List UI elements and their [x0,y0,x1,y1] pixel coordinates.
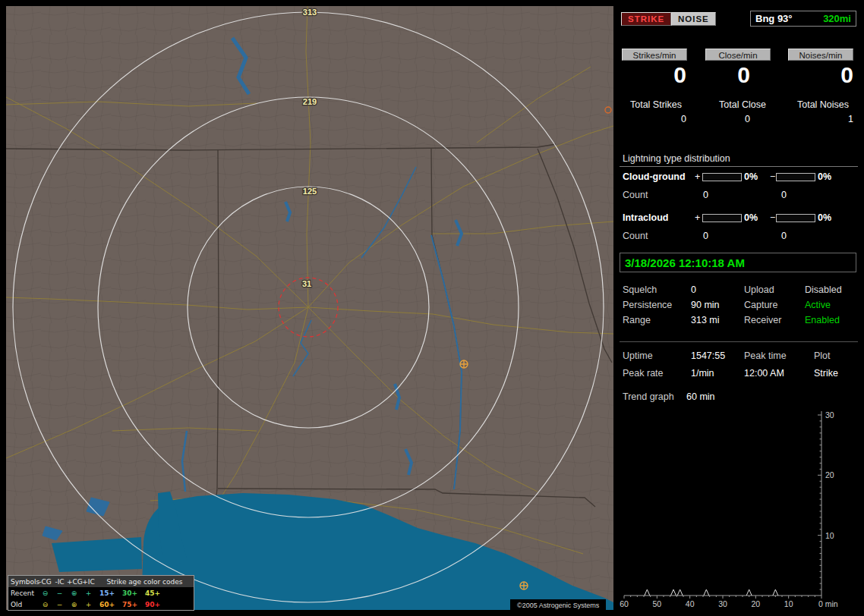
upload-status: Disabled [805,284,842,295]
map-panel: 313 219 125 31 Symbols -CG -IC +CG +IC S… [6,6,613,610]
legend-col-neg-ic: -IC [52,577,67,587]
bearing-range-display: Bng 93° 320mi [750,11,856,27]
map[interactable]: 313 219 125 31 [6,6,613,610]
persistence-label: Persistence [623,300,672,310]
upload-label: Upload [744,284,774,295]
ic-minus-bar [776,214,815,222]
close-per-min-value: 0 [720,62,750,88]
receiver-status: Enabled [805,315,840,325]
capture-label: Capture [744,300,777,310]
legend-old-label: Old [8,599,38,610]
peak-time-value: 12:00 AM [744,368,784,379]
cg-minus-count: 0 [781,190,787,200]
ring-label-219: 219 [303,97,317,106]
persistence-value: 90 min [691,300,720,310]
distribution-title: Lightning type distribution [623,153,730,164]
trend-graph-label: Trend graph [623,391,674,402]
divider [620,166,858,167]
noises-per-min-value: 0 [823,62,853,88]
legend-col-pos-ic: +IC [81,577,96,587]
range-label: Range [623,315,651,325]
neg-ic-icon: − [52,588,67,599]
trend-spikes [645,589,778,596]
pos-cg-icon: ⊕ [67,599,81,610]
minus-sign: − [770,212,775,223]
neg-cg-icon: ⊖ [38,599,52,610]
ring-label-125: 125 [303,187,317,196]
pos-cg-icon: ⊕ [67,588,81,599]
legend-symbols-title: Symbols [8,577,38,587]
minus-sign: − [770,171,775,182]
noises-per-min-button[interactable]: Noises/min [788,49,853,61]
trend-graph: 6050403020100 min102030 [620,406,858,614]
svg-text:20: 20 [751,599,760,608]
total-noises-label: Total Noises [777,99,864,110]
close-per-min-button[interactable]: Close/min [705,49,771,61]
svg-text:60: 60 [620,599,629,608]
capture-status: Active [805,300,831,310]
svg-text:30: 30 [718,599,727,608]
legend-header: Symbols -CG -IC +CG +IC Strike age color… [8,576,194,587]
peak-rate-label: Peak rate [623,368,664,379]
mississippi-sound [52,537,142,572]
ic-minus-count: 0 [781,231,787,241]
svg-text:0 min: 0 min [818,599,838,608]
svg-text:10: 10 [784,599,793,608]
legend-row-old: Old ⊖ − ⊕ + 60+ 75+ 90+ [8,599,194,610]
age-code: 75+ [118,599,141,610]
svg-text:10: 10 [825,531,834,540]
legend-recent-label: Recent [8,588,38,599]
status-panel: STRIKE NOISE Bng 93° 320mi Strikes/min C… [620,0,864,616]
noise-button[interactable]: NOISE [671,12,716,26]
ic-plus-count: 0 [703,231,708,241]
strikes-per-min-button[interactable]: Strikes/min [622,49,687,61]
neg-ic-icon: − [52,599,67,610]
age-code: 30+ [118,588,141,599]
age-code: 45+ [141,588,164,599]
intracloud-label: Intracloud [623,212,668,223]
datetime-display: 3/18/2026 12:10:18 AM [620,253,856,272]
age-code: 15+ [96,588,118,599]
plot-value: Strike [814,368,838,379]
ic-plus-pct: 0% [744,212,758,223]
total-close-value: 0 [720,114,750,124]
legend-age-title: Strike age color codes [96,577,194,587]
age-code: 60+ [96,599,118,610]
plus-sign: + [695,171,700,182]
map-legend: Symbols -CG -IC +CG +IC Strike age color… [8,575,194,611]
axis-ticks-and-labels: 6050403020100 min102030 [620,410,838,608]
cloud-ground-label: Cloud-ground [623,171,686,182]
cg-plus-bar [702,173,742,181]
svg-text:20: 20 [825,470,834,479]
strike-button[interactable]: STRIKE [621,12,671,26]
pos-ic-icon: + [81,599,96,610]
total-noises-value: 1 [823,114,853,124]
bearing-range-value: 320mi [823,13,851,24]
pos-ic-icon: + [81,588,96,599]
squelch-label: Squelch [623,284,657,295]
svg-text:30: 30 [825,410,834,420]
cg-plus-pct: 0% [744,171,758,182]
strikes-per-min-value: 0 [656,62,686,88]
cg-minus-bar [776,173,815,181]
bearing-value: Bng 93° [755,13,793,24]
svg-text:40: 40 [686,599,695,608]
divider [620,341,858,342]
legend-row-recent: Recent ⊖ − ⊕ + 15+ 30+ 45+ [8,587,194,599]
age-code: 90+ [141,599,164,610]
total-strikes-label: Total Strikes [610,99,702,110]
legend-col-neg-cg: -CG [38,577,52,587]
noise-symbol [460,360,468,368]
count-label: Count [623,190,648,200]
cg-plus-count: 0 [703,190,708,200]
total-strikes-value: 0 [656,114,686,124]
copyright-text: ©2005 Astrogenic Systems [510,599,606,611]
ic-plus-bar [702,214,742,222]
ring-label-31: 31 [302,279,311,288]
receiver-label: Receiver [744,315,781,325]
total-close-label: Total Close [697,99,788,110]
peak-time-label: Peak time [744,350,787,361]
neg-cg-icon: ⊖ [38,588,52,599]
cg-minus-pct: 0% [818,171,831,182]
count-label: Count [623,231,648,241]
